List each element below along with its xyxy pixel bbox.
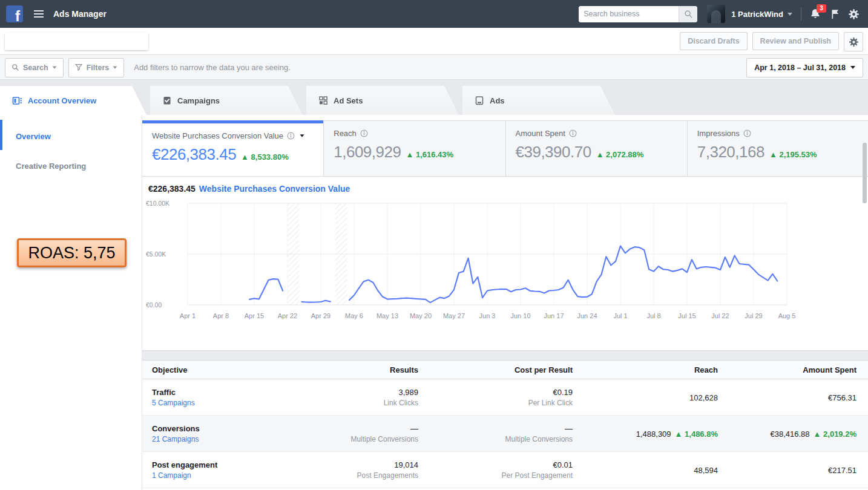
svg-text:Apr 22: Apr 22 xyxy=(278,312,297,319)
svg-text:Jun 10: Jun 10 xyxy=(510,312,530,319)
tab-ad-sets[interactable]: Ad Sets xyxy=(306,86,459,115)
objective-name: Post engagement xyxy=(152,460,303,469)
svg-text:Jul 8: Jul 8 xyxy=(646,312,660,319)
objective-name: Conversions xyxy=(152,424,303,433)
svg-text:€0.00: €0.00 xyxy=(146,301,162,309)
chart-total-value: €226,383.45 xyxy=(148,184,196,194)
tab-campaigns[interactable]: Campaigns xyxy=(150,86,303,115)
reach-value: 48,594 xyxy=(694,466,718,475)
table-row: Post engagement 1 Campaign 19,014 Post E… xyxy=(142,452,868,488)
svg-text:May 27: May 27 xyxy=(443,312,465,319)
metric-cards: Website Purchases Conversion Value €226,… xyxy=(142,120,868,177)
campaigns-clipboard-icon xyxy=(162,96,172,105)
app-title: Ads Manager xyxy=(53,9,107,19)
user-name[interactable]: 1 PatrickWind xyxy=(731,10,783,19)
metric-delta: ▲ 2,195.53% xyxy=(769,150,817,159)
svg-text:Jul 22: Jul 22 xyxy=(711,312,729,319)
svg-text:Jul 15: Jul 15 xyxy=(678,312,695,319)
account-overview-icon xyxy=(12,96,22,106)
metric-value: €39,390.70 xyxy=(516,143,591,162)
chart-title: €226,383.45Website Purchases Conversion … xyxy=(142,184,868,194)
svg-text:May 13: May 13 xyxy=(376,312,398,319)
vertical-scrollbar-thumb[interactable] xyxy=(863,143,867,203)
metric-label: Amount Spent xyxy=(516,129,565,138)
svg-text:Jul 1: Jul 1 xyxy=(613,312,627,319)
user-avatar[interactable] xyxy=(707,5,725,23)
objectives-table: Objective Results Cost per Result Reach … xyxy=(142,360,868,488)
search-icon xyxy=(12,64,19,71)
search-filter-button[interactable]: Search xyxy=(5,58,64,77)
svg-text:Jul 29: Jul 29 xyxy=(745,312,762,319)
results-value: — xyxy=(303,424,418,433)
hamburger-menu-icon[interactable] xyxy=(34,10,44,18)
tab-account-overview[interactable]: Account Overview xyxy=(0,86,146,115)
info-icon[interactable] xyxy=(360,129,368,137)
campaigns-link[interactable]: 5 Campaigns xyxy=(152,399,303,407)
svg-text:Jun 24: Jun 24 xyxy=(577,312,597,319)
chart-metric-link[interactable]: Website Purchases Conversion Value xyxy=(199,184,350,194)
table-row: Conversions 21 Campaigns — Multiple Conv… xyxy=(142,416,868,452)
funnel-icon xyxy=(75,64,83,71)
svg-text:Apr 8: Apr 8 xyxy=(213,312,229,319)
ad-sets-grid-icon xyxy=(318,96,328,105)
campaigns-link[interactable]: 1 Campaign xyxy=(152,471,303,480)
search-icon[interactable] xyxy=(679,6,697,22)
chevron-down-icon xyxy=(113,66,117,68)
filter-bar: Search Filters Add filters to narrow the… xyxy=(0,56,868,80)
pages-flag-icon[interactable] xyxy=(829,8,840,19)
metric-card-impressions[interactable]: Impressions 7,320,168 ▲ 2,195.53% xyxy=(687,120,868,176)
conversion-chart-svg: Apr 1Apr 8Apr 15Apr 22Apr 29May 6May 13M… xyxy=(142,196,868,348)
filters-button[interactable]: Filters xyxy=(68,58,125,77)
date-range-label: Apr 1, 2018 – Jul 31, 2018 xyxy=(754,64,846,72)
col-header-amount-spent[interactable]: Amount Spent xyxy=(718,365,856,374)
ads-manager-app: Ads Manager 1 PatrickWind 3 Discard Draf… xyxy=(0,0,868,490)
sidebar-item-overview[interactable]: Overview xyxy=(0,132,142,141)
chevron-down-icon xyxy=(850,66,855,69)
metric-card-amount-spent[interactable]: Amount Spent €39,390.70 ▲ 2,072.88% xyxy=(505,120,687,176)
svg-text:Jun 17: Jun 17 xyxy=(544,312,564,319)
notifications-bell-icon[interactable]: 3 xyxy=(809,8,821,20)
caret-down-icon[interactable] xyxy=(300,134,304,137)
metric-card-reach[interactable]: Reach 1,609,929 ▲ 1,616.43% xyxy=(323,120,505,176)
discard-drafts-button[interactable]: Discard Drafts xyxy=(680,32,747,50)
chevron-down-icon xyxy=(52,66,56,68)
main-tabs: Account Overview Campaigns Ad Sets Ads xyxy=(0,80,868,115)
ads-tablet-icon xyxy=(475,96,484,105)
metric-delta: ▲ 8,533.80% xyxy=(241,152,289,162)
metric-card-conversion-value[interactable]: Website Purchases Conversion Value €226,… xyxy=(142,120,323,176)
business-search-input[interactable] xyxy=(579,6,679,22)
svg-text:€10.00K: €10.00K xyxy=(146,200,169,207)
svg-text:Apr 15: Apr 15 xyxy=(245,312,264,319)
campaigns-link[interactable]: 21 Campaigns xyxy=(152,435,303,443)
metric-label: Website Purchases Conversion Value xyxy=(152,131,283,140)
content-area: Overview Creative Reporting Website Purc… xyxy=(0,115,868,490)
toolbar-gear-button[interactable] xyxy=(844,32,863,51)
cost-type: Multiple Conversions xyxy=(418,435,573,443)
date-range-selector[interactable]: Apr 1, 2018 – Jul 31, 2018 xyxy=(746,58,863,77)
overview-sidebar: Overview Creative Reporting xyxy=(0,115,142,490)
chevron-down-icon[interactable] xyxy=(787,13,792,16)
tab-ads[interactable]: Ads xyxy=(462,86,615,115)
facebook-logo-icon[interactable] xyxy=(6,5,23,22)
settings-gear-icon[interactable] xyxy=(848,8,860,20)
col-header-objective[interactable]: Objective xyxy=(152,365,303,374)
spent-value: €217.51 xyxy=(828,466,856,475)
col-header-reach[interactable]: Reach xyxy=(573,365,718,374)
top-navbar: Ads Manager 1 PatrickWind 3 xyxy=(0,0,868,28)
filters-label: Filters xyxy=(87,64,110,72)
objective-name: Traffic xyxy=(152,388,303,397)
secondary-toolbar: Discard Drafts Review and Publish xyxy=(0,28,868,55)
col-header-results[interactable]: Results xyxy=(303,365,418,374)
col-header-cost-per-result[interactable]: Cost per Result xyxy=(418,365,573,374)
info-icon[interactable] xyxy=(743,129,751,137)
filter-hint-text: Add filters to narrow the data you are s… xyxy=(134,63,291,72)
info-icon[interactable] xyxy=(569,129,577,137)
metric-delta: ▲ 2,072.88% xyxy=(596,150,644,159)
account-selector[interactable] xyxy=(5,33,148,50)
spent-value: €38,416.88 xyxy=(771,430,810,439)
review-and-publish-button[interactable]: Review and Publish xyxy=(752,32,839,50)
info-icon[interactable] xyxy=(287,132,295,140)
sidebar-item-creative-reporting[interactable]: Creative Reporting xyxy=(0,162,142,171)
svg-text:Apr 1: Apr 1 xyxy=(180,312,196,319)
overview-main: Website Purchases Conversion Value €226,… xyxy=(142,115,868,490)
